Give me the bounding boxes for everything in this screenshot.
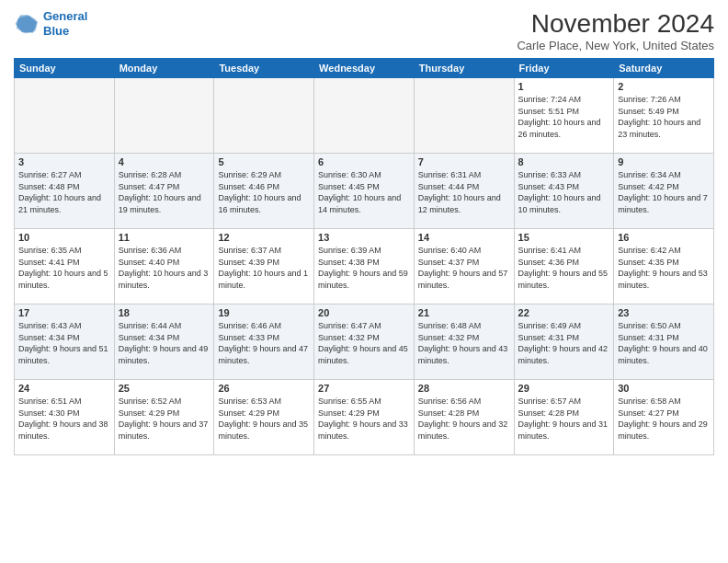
month-title: November 2024 (517, 9, 714, 39)
day-info: Sunrise: 6:48 AM Sunset: 4:32 PM Dayligh… (418, 320, 510, 366)
day-number: 22 (518, 307, 610, 318)
day-number: 4 (119, 156, 210, 167)
calendar-cell: 24Sunrise: 6:51 AM Sunset: 4:30 PM Dayli… (15, 380, 115, 455)
day-info: Sunrise: 6:46 AM Sunset: 4:33 PM Dayligh… (218, 320, 310, 366)
day-number: 17 (18, 307, 110, 318)
calendar-cell: 2Sunrise: 7:26 AM Sunset: 5:49 PM Daylig… (614, 78, 714, 154)
calendar-cell: 25Sunrise: 6:52 AM Sunset: 4:29 PM Dayli… (114, 380, 214, 455)
day-info: Sunrise: 6:36 AM Sunset: 4:40 PM Dayligh… (119, 245, 210, 291)
calendar-cell: 6Sunrise: 6:30 AM Sunset: 4:45 PM Daylig… (314, 154, 415, 229)
day-number: 2 (618, 81, 710, 92)
day-info: Sunrise: 7:26 AM Sunset: 5:49 PM Dayligh… (618, 94, 710, 140)
day-number: 13 (318, 232, 410, 243)
header: General Blue November 2024 Carle Place, … (14, 9, 714, 52)
calendar-cell: 13Sunrise: 6:39 AM Sunset: 4:38 PM Dayli… (314, 229, 415, 304)
day-info: Sunrise: 7:24 AM Sunset: 5:51 PM Dayligh… (518, 94, 610, 140)
calendar-cell (414, 78, 514, 154)
day-info: Sunrise: 6:51 AM Sunset: 4:30 PM Dayligh… (18, 396, 110, 442)
calendar-cell: 4Sunrise: 6:28 AM Sunset: 4:47 PM Daylig… (114, 154, 214, 229)
week-row-4: 24Sunrise: 6:51 AM Sunset: 4:30 PM Dayli… (15, 380, 714, 455)
calendar-cell (314, 78, 415, 154)
calendar-cell: 11Sunrise: 6:36 AM Sunset: 4:40 PM Dayli… (114, 229, 214, 304)
calendar-cell: 20Sunrise: 6:47 AM Sunset: 4:32 PM Dayli… (314, 304, 415, 380)
day-number: 10 (18, 232, 110, 243)
day-info: Sunrise: 6:56 AM Sunset: 4:28 PM Dayligh… (418, 396, 510, 442)
day-info: Sunrise: 6:49 AM Sunset: 4:31 PM Dayligh… (518, 320, 610, 366)
week-row-2: 10Sunrise: 6:35 AM Sunset: 4:41 PM Dayli… (15, 229, 714, 304)
header-cell-monday: Monday (114, 59, 214, 78)
day-number: 15 (518, 232, 610, 243)
logo-icon (14, 11, 40, 37)
day-info: Sunrise: 6:50 AM Sunset: 4:31 PM Dayligh… (618, 320, 710, 366)
day-number: 28 (418, 383, 510, 394)
header-cell-saturday: Saturday (614, 59, 714, 78)
calendar-cell (214, 78, 314, 154)
calendar-table: SundayMondayTuesdayWednesdayThursdayFrid… (14, 58, 714, 455)
day-info: Sunrise: 6:42 AM Sunset: 4:35 PM Dayligh… (618, 245, 710, 291)
day-info: Sunrise: 6:34 AM Sunset: 4:42 PM Dayligh… (618, 169, 710, 215)
day-info: Sunrise: 6:30 AM Sunset: 4:45 PM Dayligh… (318, 169, 410, 215)
day-info: Sunrise: 6:33 AM Sunset: 4:43 PM Dayligh… (518, 169, 610, 215)
day-number: 6 (318, 156, 410, 167)
logo-text: General Blue (43, 9, 87, 38)
day-number: 21 (418, 307, 510, 318)
day-number: 8 (518, 156, 610, 167)
calendar-cell: 23Sunrise: 6:50 AM Sunset: 4:31 PM Dayli… (614, 304, 714, 380)
calendar-cell: 10Sunrise: 6:35 AM Sunset: 4:41 PM Dayli… (15, 229, 115, 304)
day-info: Sunrise: 6:55 AM Sunset: 4:29 PM Dayligh… (318, 396, 410, 442)
header-cell-tuesday: Tuesday (214, 59, 314, 78)
day-info: Sunrise: 6:57 AM Sunset: 4:28 PM Dayligh… (518, 396, 610, 442)
day-number: 7 (418, 156, 510, 167)
day-number: 9 (618, 156, 710, 167)
calendar-cell: 29Sunrise: 6:57 AM Sunset: 4:28 PM Dayli… (514, 380, 614, 455)
calendar-cell: 19Sunrise: 6:46 AM Sunset: 4:33 PM Dayli… (214, 304, 314, 380)
calendar-cell: 9Sunrise: 6:34 AM Sunset: 4:42 PM Daylig… (614, 154, 714, 229)
logo-line2: Blue (43, 24, 69, 38)
week-row-0: 1Sunrise: 7:24 AM Sunset: 5:51 PM Daylig… (15, 78, 714, 154)
title-block: November 2024 Carle Place, New York, Uni… (517, 9, 714, 52)
logo-line1: General (43, 9, 87, 23)
day-number: 27 (318, 383, 410, 394)
calendar-cell: 28Sunrise: 6:56 AM Sunset: 4:28 PM Dayli… (414, 380, 514, 455)
day-number: 14 (418, 232, 510, 243)
calendar-cell: 16Sunrise: 6:42 AM Sunset: 4:35 PM Dayli… (614, 229, 714, 304)
day-number: 25 (119, 383, 210, 394)
calendar-cell: 1Sunrise: 7:24 AM Sunset: 5:51 PM Daylig… (514, 78, 614, 154)
header-cell-friday: Friday (514, 59, 614, 78)
calendar-cell: 27Sunrise: 6:55 AM Sunset: 4:29 PM Dayli… (314, 380, 415, 455)
calendar-cell: 5Sunrise: 6:29 AM Sunset: 4:46 PM Daylig… (214, 154, 314, 229)
day-info: Sunrise: 6:35 AM Sunset: 4:41 PM Dayligh… (18, 245, 110, 291)
calendar-cell: 12Sunrise: 6:37 AM Sunset: 4:39 PM Dayli… (214, 229, 314, 304)
day-number: 26 (218, 383, 310, 394)
day-info: Sunrise: 6:58 AM Sunset: 4:27 PM Dayligh… (618, 396, 710, 442)
day-number: 23 (618, 307, 710, 318)
day-number: 20 (318, 307, 410, 318)
calendar-cell: 8Sunrise: 6:33 AM Sunset: 4:43 PM Daylig… (514, 154, 614, 229)
header-row: SundayMondayTuesdayWednesdayThursdayFrid… (15, 59, 714, 78)
calendar-cell: 7Sunrise: 6:31 AM Sunset: 4:44 PM Daylig… (414, 154, 514, 229)
day-info: Sunrise: 6:28 AM Sunset: 4:47 PM Dayligh… (119, 169, 210, 215)
calendar-cell: 14Sunrise: 6:40 AM Sunset: 4:37 PM Dayli… (414, 229, 514, 304)
day-number: 5 (218, 156, 310, 167)
location: Carle Place, New York, United States (517, 39, 714, 52)
day-number: 24 (18, 383, 110, 394)
calendar-cell: 3Sunrise: 6:27 AM Sunset: 4:48 PM Daylig… (15, 154, 115, 229)
calendar-cell: 17Sunrise: 6:43 AM Sunset: 4:34 PM Dayli… (15, 304, 115, 380)
calendar-cell (114, 78, 214, 154)
day-info: Sunrise: 6:44 AM Sunset: 4:34 PM Dayligh… (119, 320, 210, 366)
day-number: 29 (518, 383, 610, 394)
day-number: 16 (618, 232, 710, 243)
calendar-cell: 22Sunrise: 6:49 AM Sunset: 4:31 PM Dayli… (514, 304, 614, 380)
day-info: Sunrise: 6:31 AM Sunset: 4:44 PM Dayligh… (418, 169, 510, 215)
page: General Blue November 2024 Carle Place, … (0, 0, 728, 563)
day-info: Sunrise: 6:37 AM Sunset: 4:39 PM Dayligh… (218, 245, 310, 291)
day-info: Sunrise: 6:43 AM Sunset: 4:34 PM Dayligh… (18, 320, 110, 366)
day-info: Sunrise: 6:29 AM Sunset: 4:46 PM Dayligh… (218, 169, 310, 215)
logo: General Blue (14, 9, 87, 38)
day-number: 11 (119, 232, 210, 243)
calendar-cell: 18Sunrise: 6:44 AM Sunset: 4:34 PM Dayli… (114, 304, 214, 380)
svg-marker-2 (16, 15, 38, 32)
day-info: Sunrise: 6:40 AM Sunset: 4:37 PM Dayligh… (418, 245, 510, 291)
day-info: Sunrise: 6:47 AM Sunset: 4:32 PM Dayligh… (318, 320, 410, 366)
day-number: 30 (618, 383, 710, 394)
